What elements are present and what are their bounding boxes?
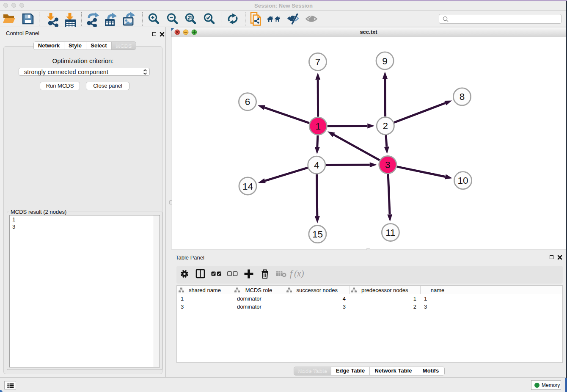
svg-text:8: 8 <box>460 91 465 102</box>
svg-text:2: 2 <box>383 121 388 131</box>
svg-text:6: 6 <box>245 97 250 107</box>
svg-text:7: 7 <box>315 57 321 67</box>
svg-text:9: 9 <box>382 56 388 66</box>
svg-text:14: 14 <box>242 181 253 192</box>
svg-text:4: 4 <box>314 160 319 171</box>
svg-text:11: 11 <box>385 227 395 238</box>
svg-text:10: 10 <box>457 175 468 186</box>
svg-text:15: 15 <box>312 229 323 240</box>
svg-text:3: 3 <box>385 160 391 170</box>
svg-text:1: 1 <box>315 121 321 132</box>
